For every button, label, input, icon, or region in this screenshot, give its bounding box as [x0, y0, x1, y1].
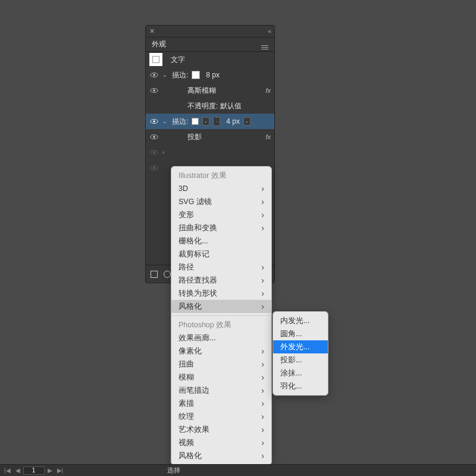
- menu-item[interactable]: 转换为形状: [171, 287, 271, 300]
- new-stroke-icon[interactable]: [164, 271, 171, 278]
- panel-titlebar: ✕ ‹‹: [146, 26, 274, 37]
- last-page-icon[interactable]: ▶|: [55, 467, 65, 474]
- svg-point-5: [153, 120, 155, 123]
- visibility-icon[interactable]: [149, 86, 159, 95]
- chevron-down-icon[interactable]: ⌄: [162, 118, 168, 124]
- svg-point-1: [153, 74, 155, 76]
- value-stepper[interactable]: ˄˅: [213, 117, 220, 126]
- chevron-down-icon[interactable]: ⌄: [162, 72, 168, 78]
- first-page-icon[interactable]: |◀: [2, 467, 12, 474]
- visibility-icon[interactable]: [149, 70, 159, 80]
- menu-item[interactable]: 3D: [171, 182, 271, 195]
- stroke-label: 描边:: [172, 70, 188, 80]
- menu-item[interactable]: 风格化: [171, 449, 271, 462]
- color-swatch[interactable]: [192, 118, 199, 125]
- stroke-row-2[interactable]: ⌄ 描边: ⌄ ˄˅ 4 px ⌄: [146, 114, 274, 129]
- new-fill-icon[interactable]: [151, 271, 158, 278]
- menu-item[interactable]: 涂抹...: [273, 367, 328, 380]
- menu-item[interactable]: 素描: [171, 397, 271, 410]
- svg-point-11: [153, 167, 155, 169]
- menu-item[interactable]: 风格化: [171, 300, 271, 313]
- menu-separator: [171, 315, 271, 316]
- stroke-value: 4 px: [226, 117, 240, 126]
- menu-item[interactable]: 纹理: [171, 410, 271, 423]
- effect-label: 投影: [187, 132, 202, 142]
- effects-menu: Illustrator 效果 3DSVG 滤镜变形扭曲和变换栅格化...裁剪标记…: [171, 166, 272, 465]
- effect-row-shadow[interactable]: 投影 fx: [146, 129, 274, 145]
- visibility-icon[interactable]: [149, 148, 159, 157]
- menu-item[interactable]: 裁剪标记: [171, 248, 271, 261]
- menu-item[interactable]: 模糊: [171, 371, 271, 384]
- status-bar: |◀ ◀ ▶ ▶| 选择: [0, 464, 476, 476]
- menu-item[interactable]: 投影...: [273, 353, 328, 367]
- effect-label: 高斯模糊: [187, 86, 216, 96]
- menu-section-header: Illustrator 效果: [171, 169, 271, 182]
- stroke-value: 8 px: [206, 71, 220, 79]
- svg-point-9: [153, 151, 155, 154]
- panel-tab[interactable]: 外观: [146, 37, 274, 52]
- opacity-label: 不透明度: 默认值: [187, 101, 242, 111]
- menu-item[interactable]: 外发光...: [273, 340, 328, 353]
- stroke-label: 描边:: [172, 117, 188, 127]
- visibility-icon[interactable]: [149, 163, 159, 173]
- tool-mode-label: 选择: [167, 466, 180, 475]
- menu-item[interactable]: 效果画廊...: [171, 331, 271, 345]
- menu-item[interactable]: 路径: [171, 261, 271, 274]
- opacity-row[interactable]: 不透明度: 默认值: [146, 98, 274, 114]
- stroke-row-1[interactable]: ⌄ 描边: 8 px: [146, 67, 274, 83]
- menu-item[interactable]: 路径查找器: [171, 274, 271, 287]
- collapse-icon[interactable]: ‹‹: [268, 28, 271, 35]
- panel-menu-icon[interactable]: [261, 39, 268, 49]
- menu-section-header: Photoshop 效果: [171, 318, 271, 331]
- page-input[interactable]: [23, 466, 45, 475]
- close-icon[interactable]: ✕: [149, 27, 155, 35]
- object-label: 文字: [171, 55, 185, 65]
- menu-item[interactable]: 视频: [171, 436, 271, 449]
- menu-item[interactable]: 扭曲和变换: [171, 221, 271, 234]
- effect-row-blur[interactable]: 高斯模糊 fx: [146, 83, 274, 98]
- step-up-icon[interactable]: ˄: [214, 117, 220, 121]
- svg-point-7: [153, 136, 155, 138]
- color-swatch[interactable]: [192, 71, 200, 79]
- visibility-icon[interactable]: [149, 132, 159, 142]
- menu-item[interactable]: 画笔描边: [171, 384, 271, 397]
- menu-item[interactable]: 圆角...: [273, 327, 328, 340]
- step-down-icon[interactable]: ˅: [214, 121, 220, 126]
- menu-item[interactable]: 羽化...: [273, 380, 328, 393]
- menu-item[interactable]: 像素化: [171, 345, 271, 358]
- visibility-icon[interactable]: [149, 117, 159, 126]
- fx-icon: fx: [265, 133, 271, 140]
- object-row[interactable]: 文字: [146, 52, 274, 67]
- object-thumb-icon: [149, 53, 162, 66]
- svg-point-3: [153, 89, 155, 92]
- menu-item[interactable]: 艺术效果: [171, 423, 271, 436]
- swatch-dropdown[interactable]: ⌄: [202, 117, 209, 126]
- stylize-submenu: 内发光...圆角...外发光...投影...涂抹...羽化...: [273, 311, 328, 396]
- menu-item[interactable]: SVG 滤镜: [171, 195, 271, 208]
- fx-icon: fx: [265, 87, 271, 94]
- next-page-icon[interactable]: ▶: [46, 467, 54, 474]
- chevron-right-icon[interactable]: ›: [162, 149, 168, 155]
- hidden-row[interactable]: ›: [146, 145, 274, 160]
- menu-item[interactable]: 扭曲: [171, 358, 271, 371]
- panel-title: 外观: [152, 39, 166, 49]
- prev-page-icon[interactable]: ◀: [14, 467, 22, 474]
- menu-item[interactable]: 栅格化...: [171, 234, 271, 248]
- menu-item[interactable]: 变形: [171, 208, 271, 221]
- value-dropdown[interactable]: ⌄: [243, 117, 250, 126]
- menu-item[interactable]: 内发光...: [273, 314, 328, 327]
